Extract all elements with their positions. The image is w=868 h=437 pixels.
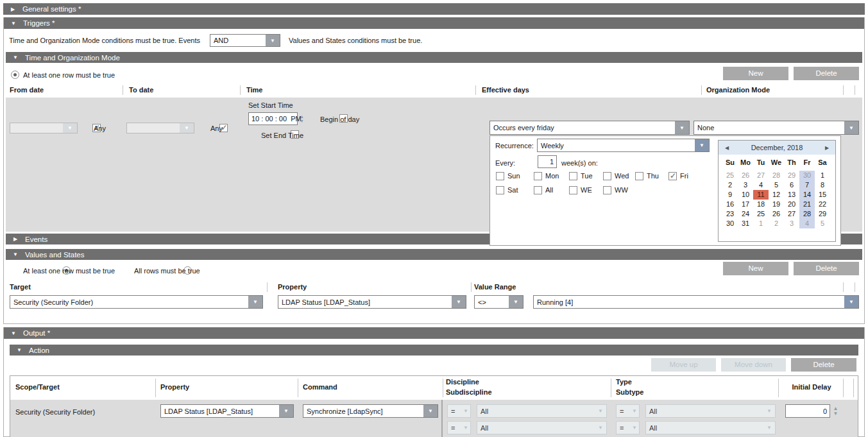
- events-operator-combo[interactable]: AND ▼: [210, 34, 280, 47]
- calendar-day[interactable]: 29: [784, 171, 799, 180]
- column-separator: [443, 379, 443, 397]
- calendar-day[interactable]: 25: [722, 171, 738, 180]
- move-down-button[interactable]: Move down: [721, 358, 786, 372]
- action-property-combo[interactable]: LDAP Status [LDAP_Status] ▼: [160, 404, 294, 418]
- new-button[interactable]: New: [723, 67, 788, 80]
- type-combo[interactable]: All ▼: [645, 404, 776, 418]
- col-from-date: From date: [10, 86, 44, 94]
- calendar-day[interactable]: 8: [815, 180, 830, 190]
- value-combo[interactable]: Running [4] ▼: [533, 295, 859, 309]
- organization-mode-combo[interactable]: None ▼: [694, 121, 859, 135]
- discipline-operator-combo[interactable]: = ▼: [447, 404, 471, 418]
- initial-delay-spinner[interactable]: ▲▼: [832, 404, 839, 418]
- calendar-day[interactable]: 1: [815, 171, 830, 180]
- calendar-day[interactable]: 26: [738, 171, 753, 180]
- calendar-day[interactable]: 3: [738, 180, 753, 190]
- calendar-day[interactable]: 1: [753, 219, 769, 228]
- every-input[interactable]: 1: [538, 155, 557, 168]
- calendar-day[interactable]: 14: [799, 190, 815, 200]
- calendar-day[interactable]: 17: [738, 200, 753, 209]
- weekday-checkbox[interactable]: Wed: [603, 171, 635, 180]
- calendar-day[interactable]: 31: [738, 219, 753, 228]
- calendar-day[interactable]: 4: [753, 180, 769, 190]
- calendar-day[interactable]: 21: [799, 200, 815, 209]
- section-action[interactable]: ▼ Action: [10, 345, 858, 356]
- col-property: Property: [278, 283, 307, 291]
- calendar-day[interactable]: 18: [753, 200, 769, 209]
- new-button[interactable]: New: [723, 262, 788, 275]
- recurrence-combo[interactable]: Weekly ▼: [537, 139, 710, 152]
- section-general-settings[interactable]: ▶ General settings *: [3, 3, 865, 15]
- weekday-checkbox[interactable]: Sat: [496, 185, 534, 194]
- weekday-checkbox[interactable]: All: [534, 185, 569, 194]
- calendar-day[interactable]: 9: [722, 190, 738, 200]
- calendar-day[interactable]: 2: [769, 219, 784, 228]
- weekday-checkbox[interactable]: Sun: [496, 171, 534, 180]
- weekday-checkbox[interactable]: WE: [569, 185, 603, 194]
- calendar-day[interactable]: 11: [753, 190, 769, 200]
- rule-radio[interactable]: [11, 71, 19, 79]
- triangle-down-icon: ▼: [10, 21, 17, 26]
- calendar-day[interactable]: 24: [738, 209, 753, 219]
- section-time-org-mode[interactable]: ▼ Time and Organization Mode: [6, 52, 862, 63]
- weekday-checkbox[interactable]: Tue: [569, 171, 603, 180]
- calendar-day[interactable]: 28: [769, 171, 784, 180]
- move-up-button[interactable]: Move up: [651, 358, 716, 372]
- calendar-day[interactable]: 27: [753, 171, 769, 180]
- weekday-checkbox[interactable]: Fri: [668, 171, 704, 180]
- section-triggers[interactable]: ▼ Triggers *: [4, 17, 864, 29]
- triangle-right-icon: ▶: [9, 6, 17, 12]
- calendar-day[interactable]: 16: [722, 200, 738, 209]
- calendar-day[interactable]: 10: [738, 190, 753, 200]
- calendar-day[interactable]: 22: [815, 200, 830, 209]
- delete-button[interactable]: Delete: [794, 262, 859, 275]
- calendar-day[interactable]: 27: [784, 209, 799, 219]
- calendar-day[interactable]: 7: [799, 180, 815, 190]
- delete-button[interactable]: Delete: [791, 358, 856, 372]
- calendar-day[interactable]: 28: [799, 209, 815, 219]
- type-operator-combo[interactable]: = ▼: [616, 404, 640, 418]
- calendar-day-header: We: [769, 157, 784, 167]
- calendar-prev-icon[interactable]: ◀: [719, 145, 735, 151]
- subdiscipline-combo[interactable]: All ▼: [477, 421, 607, 434]
- calendar-day[interactable]: 25: [753, 209, 769, 219]
- subtype-combo[interactable]: All ▼: [645, 421, 776, 434]
- property-combo[interactable]: LDAP Status [LDAP_Status] ▼: [278, 295, 466, 309]
- calendar-day[interactable]: 4: [799, 219, 815, 228]
- delete-button[interactable]: Delete: [794, 67, 859, 80]
- calendar-day[interactable]: 2: [722, 180, 738, 190]
- calendar-day[interactable]: 20: [784, 200, 799, 209]
- weekday-checkbox[interactable]: Thu: [635, 171, 668, 180]
- section-output[interactable]: ▼ Output *: [4, 327, 864, 339]
- calendar-day[interactable]: 23: [722, 209, 738, 219]
- calendar-day[interactable]: 30: [722, 219, 738, 228]
- calendar-day[interactable]: 19: [769, 200, 784, 209]
- calendar-day[interactable]: 5: [769, 180, 784, 190]
- calendar-day[interactable]: 26: [769, 209, 784, 219]
- operator-combo[interactable]: <> ▼: [474, 295, 523, 309]
- initial-delay-input[interactable]: 0: [785, 404, 830, 418]
- effective-days-combo[interactable]: Occurs every friday ▼: [489, 121, 690, 135]
- calendar-day[interactable]: 13: [784, 190, 799, 200]
- start-time-input[interactable]: 10 : 00 : 00 PM: [248, 112, 298, 125]
- to-date-combo[interactable]: ▼: [126, 123, 194, 133]
- calendar-day[interactable]: 3: [784, 219, 799, 228]
- discipline-combo[interactable]: All ▼: [477, 404, 607, 418]
- from-date-combo[interactable]: ▼: [10, 123, 78, 133]
- calendar-day[interactable]: 15: [815, 190, 830, 200]
- weekday-checkbox-grid: Sun Mon Tue Wed: [496, 171, 704, 194]
- target-combo[interactable]: Security (Security Folder) ▼: [10, 295, 263, 309]
- time-spinner[interactable]: ▲▼: [298, 112, 305, 125]
- subtype-operator-combo[interactable]: = ▼: [616, 421, 640, 434]
- subdiscipline-operator-combo[interactable]: = ▼: [447, 421, 471, 434]
- calendar-next-icon[interactable]: ▶: [819, 145, 835, 151]
- section-values-states[interactable]: ▼ Values and States: [6, 249, 862, 260]
- calendar-day[interactable]: 5: [815, 219, 830, 228]
- weekday-checkbox[interactable]: Mon: [534, 171, 569, 180]
- weekday-checkbox[interactable]: WW: [603, 185, 635, 194]
- calendar-day[interactable]: 6: [784, 180, 799, 190]
- calendar-day[interactable]: 30: [799, 171, 815, 180]
- calendar-day[interactable]: 29: [815, 209, 830, 219]
- calendar-day[interactable]: 12: [769, 190, 784, 200]
- command-combo[interactable]: Synchronize [LdapSync] ▼: [303, 404, 438, 418]
